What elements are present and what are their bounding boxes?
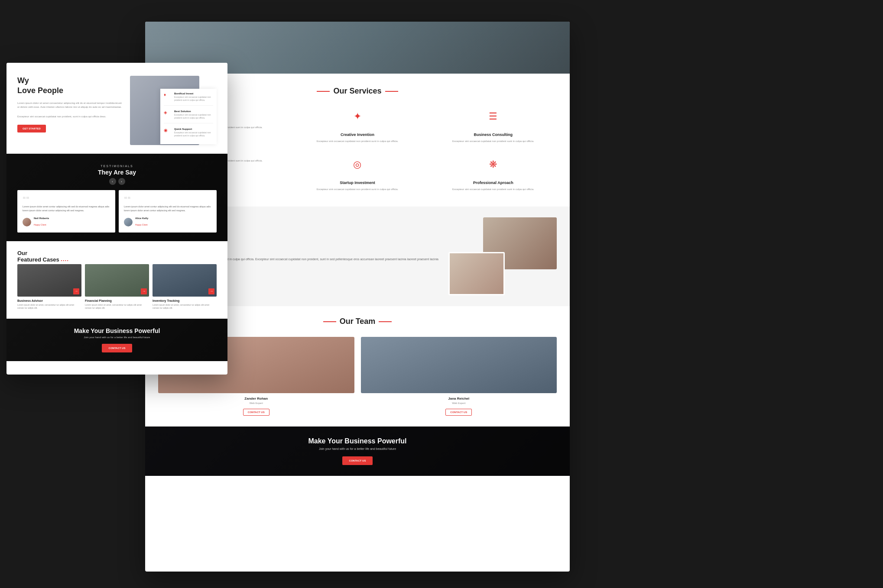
solution-desc: Excepteur sint occaecat cupidatat non pr… [174,113,213,120]
nav-arrows: ‹ › [17,178,217,185]
testimonials-label: Testimonials [17,165,217,168]
cta-section-back: Make Your Business Powerful Join your ha… [145,426,570,476]
testimonial-card-2: ❝❝ Lorem ipsum dolor amet contur adipisc… [119,190,217,233]
avatar-1 [23,218,31,226]
featured-title: Our Featured Cases •••• [17,250,217,263]
case-desc-2: Lorem ipsum dolor sit amet, consectetur … [85,304,149,310]
next-arrow[interactable]: › [118,178,125,185]
contact-zander-button[interactable]: CONTACT US [243,409,269,416]
cta-section-front: Make Your Business Powerful Join your ha… [6,319,227,361]
team-photo-jana [361,337,557,393]
case-image-3: → [153,264,217,297]
testimonial-author-2: Alice Kelly Happy Client [124,217,211,227]
solution-icon: ◈ [164,110,171,117]
cta-front-subtitle: Join your hand with us for a better life… [17,336,217,339]
cta-back-subtitle: Join your hand with us for a better life… [158,447,557,450]
solution-title: Best Solution [174,110,213,113]
invest-text: Bonifical Invest Excepteur sint occaecat… [174,92,213,102]
prev-arrow[interactable]: ‹ [109,178,116,185]
testimonial-card-1: ❝❝ Lorem ipsum dolor amet contur adipisc… [17,190,115,233]
service-card-title-creative: Creative Invention [298,132,416,137]
get-started-button[interactable]: GET STARTED [17,125,46,132]
hero-description: Lorem ipsum dolor sit amet consectetur a… [17,101,123,110]
testimonial-text-2: Lorem ipsum dolor amet contur adipiscing… [124,205,211,213]
contact-jana-button[interactable]: CONTACT US [445,409,472,416]
service-item-invest: ♦ Bonifical Invest Excepteur sint occaec… [164,92,213,106]
services-sidebar: ♦ Bonifical Invest Excepteur sint occaec… [160,89,217,144]
service-icon-professional: ❋ [484,159,502,176]
cta-back-button[interactable]: CONTACT US [342,456,373,465]
quote-icon-1: ❝❝ [23,195,110,202]
testimonials-title: They Are Say [17,169,217,176]
team-name-zander: Zander Rohan [158,397,354,401]
invest-title: Bonifical Invest [174,92,213,95]
author-name-2: Alice Kelly [135,217,148,220]
hero-right: ♦ Bonifical Invest Excepteur sint occaec… [130,76,217,145]
case-dots: •••• [61,258,69,262]
service-item-solution: ◈ Best Solution Excepteur sint occaecat … [164,110,213,123]
service-card-professional: ❋ Professional Aproach Excepteur sint oc… [430,155,557,196]
hero-title: Wy Love People [17,76,123,96]
testimonials-section: Testimonials They Are Say ‹ › ❝❝ Lorem i… [6,154,227,241]
solution-text: Best Solution Excepteur sint occaecat cu… [174,110,213,120]
avatar-2 [124,218,133,226]
service-card-consulting: ☰ Business Consulting Excepteur sint occ… [430,107,557,148]
service-card-startup: ◎ Startup Investment Excepteur sint occa… [294,155,421,196]
author-info-1: Neil Roberts Happy Client [34,217,49,227]
case-title-3: Inventory Tracking [153,299,217,302]
support-text: Quick Support Excepteur sint occaecat cu… [174,128,213,137]
invest-icon: ♦ [164,92,171,99]
experience-image-collage [448,217,557,295]
support-icon: ◉ [164,128,171,135]
cta-back-title: Make Your Business Powerful [158,437,557,445]
service-card-title-professional: Professional Aproach [434,181,552,185]
author-role-1: Happy Client [34,223,46,226]
case-title-1: Business Advisor [17,299,81,302]
service-card-desc-professional: Excepteur sint occaecat cupidatat non pr… [434,187,552,192]
invest-desc: Excepteur sint occaecat cupidatat non pr… [174,96,213,102]
case-item-1: → Business Advisor Lorem ipsum dolor sit… [17,264,81,310]
hero-description2: Excepteur sint occaecat cupidatat non pr… [17,115,123,119]
testimonial-text-1: Lorem ipsum dolor amet contur adipiscing… [23,205,110,213]
service-card-title-startup: Startup Investment [298,181,416,185]
service-card-desc-startup: Excepteur sint occaecat cupidatat non pr… [298,187,416,192]
case-desc-3: Lorem ipsum dolor sit amet, consectetur … [153,304,217,310]
case-image-2: → [85,264,149,297]
hero-text: Wy Love People Lorem ipsum dolor sit ame… [17,76,130,145]
featured-cases-section: Our Featured Cases •••• → Business Advis… [6,241,227,319]
author-name-1: Neil Roberts [34,217,49,220]
case-image-1: → [17,264,81,297]
case-badge-2: → [141,288,147,294]
service-item-support: ◉ Quick Support Excepteur sint occaecat … [164,128,213,141]
team-role-zander: Web Expert [158,402,354,404]
front-hero: Wy Love People Lorem ipsum dolor sit ame… [6,63,227,154]
support-desc: Excepteur sint occaecat cupidatat non pr… [174,131,213,137]
cta-front-button[interactable]: CONTACT US [102,344,133,352]
cases-grid: → Business Advisor Lorem ipsum dolor sit… [17,264,217,310]
team-member-jana: Jana Reichel Web Expert CONTACT US [361,337,557,416]
service-icon-creative: ✦ [349,111,366,128]
service-card-desc-consulting: Excepteur sint occaecat cupidatat non pr… [434,139,552,144]
testimonial-author-1: Neil Roberts Happy Client [23,217,110,227]
case-item-3: → Inventory Tracking Lorem ipsum dolor s… [153,264,217,310]
service-icon-startup: ◎ [349,159,366,176]
author-role-2: Happy Client [135,223,148,226]
support-title: Quick Support [174,128,213,130]
case-badge-3: → [208,288,214,294]
service-card-creative: ✦ Creative Invention Excepteur sint occa… [294,107,421,148]
author-info-2: Alice Kelly Happy Client [135,217,148,227]
case-item-2: → Financial Planning Lorem ipsum dolor s… [85,264,149,310]
collage-secondary-image [448,252,505,295]
team-name-jana: Jana Reichel [361,397,557,401]
quote-icon-2: ❝❝ [124,195,211,202]
case-title-2: Financial Planning [85,299,149,302]
service-card-desc-creative: Excepteur sint occaecat cupidatat non pr… [298,139,416,144]
preview-front-card: Wy Love People Lorem ipsum dolor sit ame… [6,63,227,375]
service-card-title-consulting: Business Consulting [434,132,552,137]
cta-front-title: Make Your Business Powerful [17,327,217,334]
case-desc-1: Lorem ipsum dolor sit amet, consectetur … [17,304,81,310]
service-icon-consulting: ☰ [484,111,502,128]
testimonials-cards: ❝❝ Lorem ipsum dolor amet contur adipisc… [17,190,217,233]
team-role-jana: Web Expert [361,402,557,404]
case-badge-1: → [73,288,79,294]
